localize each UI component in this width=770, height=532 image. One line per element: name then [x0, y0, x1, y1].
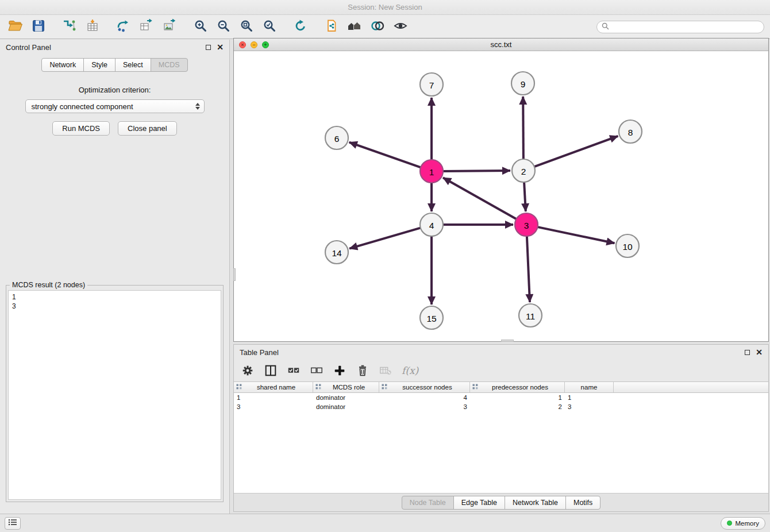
- graph-edge[interactable]: [538, 227, 615, 243]
- cell-predecessor-nodes: 1: [470, 394, 565, 401]
- cell-successor-nodes: 3: [379, 403, 470, 410]
- dropdown-stepper-icon: [194, 103, 202, 110]
- graph-node-label: 3: [524, 221, 529, 230]
- close-panel-button[interactable]: Close panel: [118, 121, 177, 136]
- column-header-filler: [614, 382, 768, 392]
- table-settings-button[interactable]: [241, 364, 255, 377]
- export-image-button[interactable]: [160, 18, 179, 36]
- control-panel-title: Control Panel: [6, 43, 51, 52]
- zoom-fit-button[interactable]: [237, 18, 256, 36]
- table-panel: Table Panel ✕: [233, 344, 769, 512]
- table-empty-area: [234, 411, 768, 493]
- save-session-button[interactable]: [29, 18, 48, 36]
- memory-button[interactable]: Memory: [721, 517, 765, 530]
- minimize-window-button[interactable]: −: [251, 41, 257, 48]
- optimization-criterion-select[interactable]: strongly connected component: [25, 99, 205, 113]
- graph-edge[interactable]: [443, 171, 510, 171]
- new-network-button[interactable]: [114, 18, 133, 36]
- delete-column-button[interactable]: [356, 364, 369, 377]
- cell-name: 1: [565, 394, 614, 401]
- show-columns-button[interactable]: [264, 364, 278, 377]
- search-icon: [602, 22, 609, 32]
- splitter-handle[interactable]: [233, 268, 236, 281]
- add-column-button[interactable]: [333, 364, 346, 377]
- close-window-button[interactable]: ×: [239, 41, 246, 48]
- table-row[interactable]: 3 dominator 3 2 3: [234, 402, 768, 411]
- import-table-button[interactable]: [83, 18, 102, 36]
- graph-edge[interactable]: [534, 136, 618, 167]
- zoom-out-button[interactable]: [214, 18, 233, 36]
- graph-edge[interactable]: [349, 142, 421, 168]
- deselect-all-icon[interactable]: [310, 364, 324, 377]
- close-panel-icon[interactable]: ✕: [217, 43, 224, 51]
- cell-predecessor-nodes: 2: [470, 403, 565, 410]
- graph-edge[interactable]: [524, 182, 526, 211]
- graph-edge[interactable]: [523, 97, 523, 159]
- close-panel-icon[interactable]: ✕: [756, 348, 763, 356]
- graph-edge[interactable]: [349, 228, 421, 249]
- tab-select[interactable]: Select: [115, 58, 151, 72]
- table-toolbar: f(x): [234, 360, 768, 381]
- memory-status-icon: [727, 521, 732, 526]
- memory-label: Memory: [735, 520, 759, 527]
- zoom-fit-icon: [239, 18, 254, 36]
- zoom-selected-button[interactable]: [260, 18, 279, 36]
- import-network-icon: [62, 18, 77, 36]
- table-panel-header: Table Panel ✕: [234, 345, 768, 360]
- show-graphics-details-button[interactable]: [391, 18, 410, 36]
- sort-icon: [382, 384, 387, 391]
- network-canvas[interactable]: 7968124314101511: [234, 51, 768, 341]
- graph-edge[interactable]: [527, 236, 530, 302]
- column-header-mcds-role[interactable]: MCDS role: [313, 382, 379, 392]
- run-mcds-button[interactable]: Run MCDS: [52, 121, 110, 136]
- column-header-successor-nodes[interactable]: successor nodes: [379, 382, 470, 392]
- graph-edge[interactable]: [443, 178, 517, 219]
- table-tabs: Node Table Edge Table Network Table Moti…: [234, 493, 768, 511]
- sort-icon: [472, 384, 478, 391]
- splitter-handle[interactable]: [501, 340, 514, 342]
- tab-node-table[interactable]: Node Table: [402, 496, 454, 510]
- tab-network[interactable]: Network: [41, 58, 84, 72]
- import-network-button[interactable]: [60, 18, 79, 36]
- cell-name: 3: [565, 403, 614, 410]
- graph-node-label: 2: [521, 167, 526, 176]
- column-header-name[interactable]: name: [565, 382, 614, 392]
- maximize-window-button[interactable]: +: [262, 41, 269, 48]
- network-file-icon: [324, 18, 339, 36]
- cell-shared-name: 1: [234, 394, 313, 401]
- control-panel: Control Panel ✕ Network Style Select MCD…: [0, 40, 230, 514]
- graph-node-label: 14: [332, 248, 342, 258]
- column-header-predecessor-nodes[interactable]: predecessor nodes: [470, 382, 565, 392]
- tab-network-table[interactable]: Network Table: [505, 496, 566, 510]
- export-table-button[interactable]: [137, 18, 156, 36]
- open-session-button[interactable]: [6, 18, 25, 36]
- select-all-icon[interactable]: [287, 364, 301, 377]
- function-builder-button[interactable]: f(x): [402, 365, 418, 376]
- tab-motifs[interactable]: Motifs: [565, 496, 600, 510]
- optimization-criterion-label: Optimization criterion:: [0, 86, 229, 94]
- tab-mcds[interactable]: MCDS: [151, 58, 188, 72]
- graph-node-label: 11: [526, 311, 535, 321]
- network-file-button[interactable]: [322, 18, 341, 36]
- table-row[interactable]: 1 dominator 4 1 1: [234, 393, 768, 402]
- search-input[interactable]: [612, 22, 759, 31]
- refresh-button[interactable]: [291, 18, 310, 36]
- tab-style[interactable]: Style: [83, 58, 116, 72]
- show-networks-button[interactable]: [345, 18, 364, 36]
- main-toolbar: [0, 15, 770, 39]
- apply-style-button[interactable]: [368, 18, 387, 36]
- list-icon: [8, 518, 17, 529]
- refresh-icon: [293, 18, 308, 36]
- mcds-result-list[interactable]: 1 3: [8, 290, 221, 500]
- delete-table-icon-disabled: [379, 364, 392, 377]
- zoom-in-icon: [193, 18, 208, 36]
- float-panel-icon[interactable]: [206, 45, 211, 50]
- curved-arrow-icon: [116, 18, 131, 36]
- zoom-in-button[interactable]: [191, 18, 210, 36]
- dropdown-value: strongly connected component: [32, 102, 133, 111]
- column-header-shared-name[interactable]: shared name: [234, 382, 313, 392]
- tab-edge-table[interactable]: Edge Table: [453, 496, 505, 510]
- float-panel-icon[interactable]: [745, 350, 750, 355]
- mcds-result-fieldset: MCDS result (2 nodes) 1 3: [6, 285, 224, 502]
- task-history-button[interactable]: [5, 517, 21, 530]
